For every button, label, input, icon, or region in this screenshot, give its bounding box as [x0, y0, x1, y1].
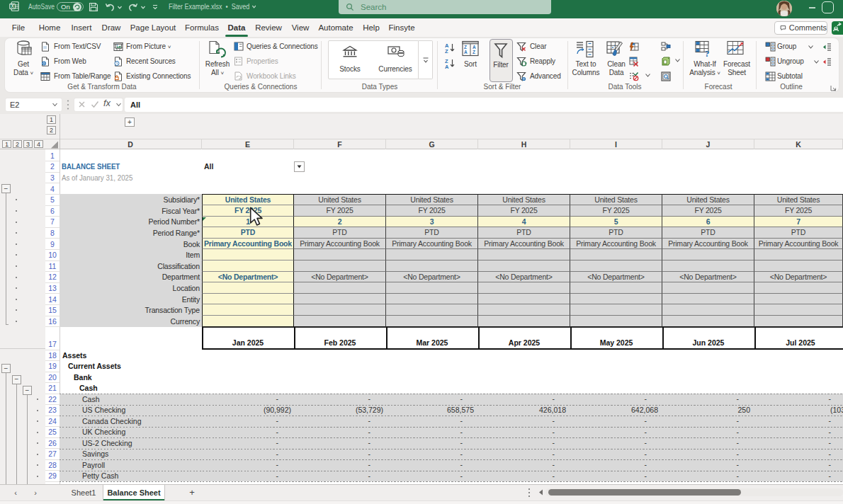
svg-text:?: ? [705, 48, 710, 58]
svg-text:Z: Z [445, 48, 448, 54]
svg-text:X: X [11, 4, 14, 8]
svg-text:A: A [473, 45, 476, 50]
svg-text:Z: Z [473, 50, 475, 55]
svg-text:A: A [445, 64, 449, 69]
svg-text:A: A [464, 50, 468, 55]
svg-text:Z: Z [464, 45, 467, 50]
